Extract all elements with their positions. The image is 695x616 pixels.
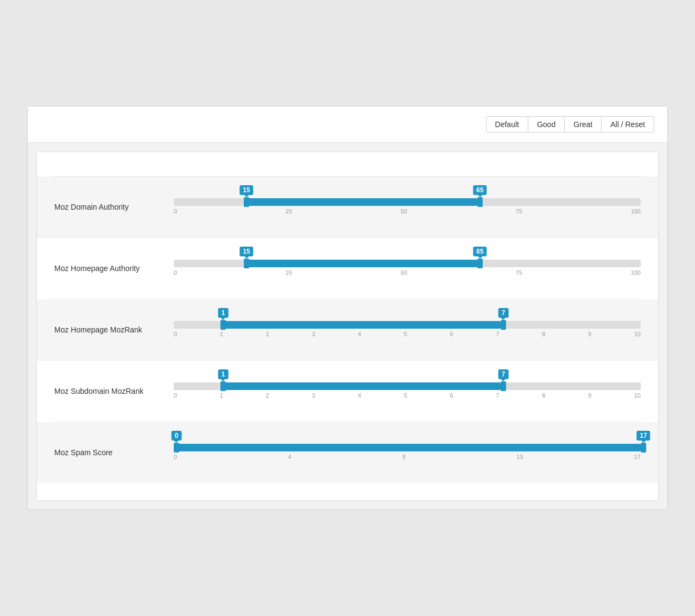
metric-row-homepage-authority: Moz Homepage Authority15650255075100 — [54, 238, 641, 299]
tick-label: 4 — [358, 392, 361, 399]
tick-label: 100 — [631, 269, 641, 276]
slider-handle-high-spam-score[interactable]: 17 — [641, 443, 646, 452]
tick-label: 8 — [542, 331, 545, 337]
slider-fill-subdomain-mozrank — [220, 382, 501, 390]
handle-label-high-homepage-authority: 65 — [473, 247, 486, 256]
metric-row-spam-score: Moz Spam Score0170491317 — [37, 422, 658, 483]
scale-ticks-homepage-mozrank: 012345678910 — [174, 331, 641, 337]
tick-label: 6 — [450, 392, 453, 399]
metric-label-subdomain-mozrank: Moz Subdomain MozRank — [54, 387, 174, 395]
handle-label-high-spam-score: 17 — [636, 431, 650, 441]
filter-btn-default[interactable]: Default — [486, 117, 528, 132]
tick-label: 4 — [358, 331, 361, 337]
handle-label-low-subdomain-mozrank: 1 — [218, 369, 229, 379]
metric-row-subdomain-mozrank: Moz Subdomain MozRank17012345678910 — [54, 361, 641, 422]
tick-label: 100 — [631, 208, 641, 215]
handle-label-low-homepage-mozrank: 1 — [218, 308, 229, 318]
tick-label: 0 — [174, 208, 177, 215]
tick-label: 4 — [288, 454, 291, 460]
tick-label: 1 — [220, 331, 223, 337]
tick-label: 5 — [404, 392, 407, 399]
filter-btn-all-reset[interactable]: All / Reset — [602, 117, 654, 132]
tick-label: 10 — [634, 331, 641, 337]
tick-label: 1 — [220, 392, 223, 399]
tick-label: 6 — [450, 331, 453, 337]
metric-label-homepage-authority: Moz Homepage Authority — [54, 264, 174, 273]
handle-label-high-homepage-mozrank: 7 — [498, 308, 509, 318]
metric-row-domain-authority: Moz Domain Authority15650255075100 — [37, 177, 658, 238]
tick-label: 25 — [286, 269, 292, 276]
slider-area-homepage-mozrank: 17012345678910 — [174, 309, 641, 350]
slider-handle-low-homepage-mozrank[interactable]: 1 — [220, 320, 226, 330]
main-content: Moz Domain Authority15650255075100Moz Ho… — [36, 152, 659, 501]
tick-label: 0 — [174, 269, 177, 276]
tick-label: 2 — [266, 331, 269, 337]
handle-label-low-homepage-authority: 15 — [239, 247, 253, 256]
scale-ticks-domain-authority: 0255075100 — [174, 208, 641, 215]
filter-btn-great[interactable]: Great — [565, 117, 602, 132]
slider-fill-spam-score — [174, 444, 641, 451]
tick-label: 25 — [286, 208, 292, 215]
tick-label: 9 — [588, 392, 591, 399]
metrics-list: Moz Domain Authority15650255075100Moz Ho… — [54, 177, 641, 483]
slider-fill-homepage-authority — [244, 260, 477, 267]
tick-label: 7 — [496, 331, 499, 337]
slider-area-spam-score: 0170491317 — [174, 432, 641, 473]
handle-label-high-subdomain-mozrank: 7 — [498, 369, 509, 379]
tick-label: 0 — [174, 454, 177, 460]
tick-label: 3 — [312, 331, 315, 337]
tick-label: 9 — [402, 454, 406, 460]
tick-label: 5 — [404, 331, 407, 337]
slider-fill-domain-authority — [244, 198, 477, 206]
handle-label-low-spam-score: 0 — [172, 431, 182, 441]
tick-label: 13 — [516, 454, 523, 460]
panel-header: DefaultGoodGreatAll / Reset — [28, 106, 667, 143]
tick-label: 9 — [588, 331, 591, 337]
slider-area-subdomain-mozrank: 17012345678910 — [174, 370, 641, 412]
slider-handle-low-domain-authority[interactable]: 15 — [244, 197, 249, 207]
slider-fill-homepage-mozrank — [220, 321, 501, 329]
scale-ticks-spam-score: 0491317 — [174, 454, 641, 460]
tick-label: 10 — [634, 392, 641, 399]
slider-area-domain-authority: 15650255075100 — [174, 186, 641, 228]
slider-handle-low-homepage-authority[interactable]: 15 — [244, 259, 249, 268]
filter-button-group: DefaultGoodGreatAll / Reset — [486, 116, 654, 133]
slider-handle-low-spam-score[interactable]: 0 — [174, 443, 179, 452]
slider-handle-high-homepage-authority[interactable]: 65 — [477, 259, 483, 268]
filter-btn-good[interactable]: Good — [528, 117, 565, 132]
tick-label: 8 — [542, 392, 545, 399]
slider-handle-high-homepage-mozrank[interactable]: 7 — [501, 320, 506, 330]
tick-label: 50 — [401, 269, 407, 276]
handle-label-low-domain-authority: 15 — [239, 185, 253, 195]
tick-label: 7 — [496, 392, 499, 399]
metric-row-homepage-mozrank: Moz Homepage MozRank17012345678910 — [37, 299, 658, 361]
tick-label: 3 — [312, 392, 315, 399]
tick-label: 0 — [174, 392, 177, 399]
tick-label: 75 — [516, 269, 522, 276]
tick-label: 0 — [174, 331, 177, 337]
metric-label-spam-score: Moz Spam Score — [54, 448, 174, 457]
tick-label: 75 — [516, 208, 522, 215]
handle-label-high-domain-authority: 65 — [473, 185, 486, 195]
slider-area-homepage-authority: 15650255075100 — [174, 248, 641, 289]
tick-label: 17 — [634, 454, 641, 460]
tick-label: 50 — [401, 208, 407, 215]
slider-handle-high-domain-authority[interactable]: 65 — [477, 197, 483, 207]
scale-ticks-homepage-authority: 0255075100 — [174, 269, 641, 276]
slider-handle-low-subdomain-mozrank[interactable]: 1 — [220, 381, 226, 391]
metric-label-homepage-mozrank: Moz Homepage MozRank — [54, 325, 174, 334]
scale-ticks-subdomain-mozrank: 012345678910 — [174, 392, 641, 399]
tick-label: 2 — [266, 392, 269, 399]
metric-label-domain-authority: Moz Domain Authority — [54, 203, 174, 211]
metrics-filters-panel: DefaultGoodGreatAll / Reset Moz Domain A… — [27, 106, 668, 510]
slider-handle-high-subdomain-mozrank[interactable]: 7 — [501, 381, 506, 391]
